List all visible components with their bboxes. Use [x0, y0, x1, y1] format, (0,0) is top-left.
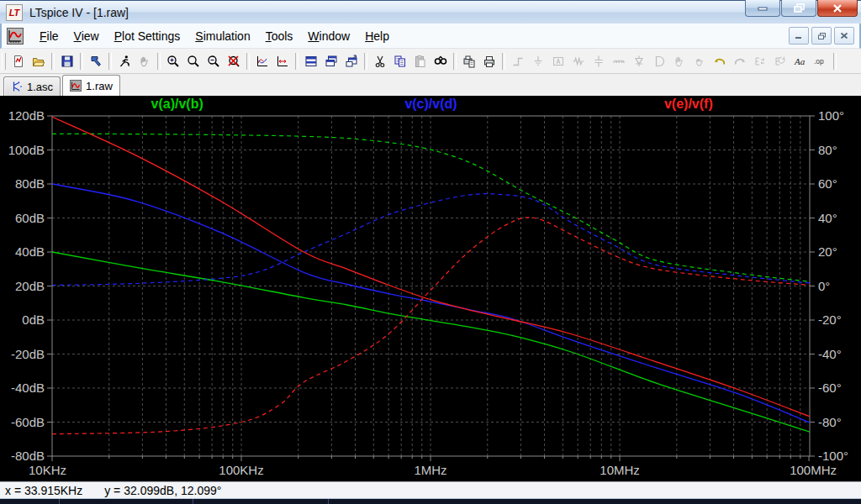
toolbar-button-pan-axes[interactable] [272, 51, 293, 71]
undo-icon [713, 55, 726, 68]
toolbar-separator [295, 53, 298, 70]
trace-phase-v(e)/v(f) [52, 218, 811, 434]
toolbar-button-save[interactable] [57, 51, 77, 71]
mdi-minimize-icon [795, 33, 803, 39]
menu-item-help[interactable]: Help [357, 26, 397, 46]
x-tick-label: 10MHz [600, 463, 640, 477]
toolbar-button-capacitor[interactable] [589, 51, 609, 71]
menubar: FileViewPlot SettingsSimulationToolsWind… [0, 24, 861, 49]
menu-item-window[interactable]: Window [300, 26, 357, 46]
cascade-windows-icon [325, 55, 338, 68]
legend-label: v(a)/v(b) [151, 97, 203, 111]
toolbar-button-resistor[interactable] [568, 51, 589, 71]
tab-label: 1.asc [27, 81, 53, 93]
toolbar-button-diode[interactable] [629, 51, 649, 71]
toolbar-separator [246, 53, 250, 70]
y-left-tick-label: -40dB [11, 381, 45, 395]
toolbar-button-net-label[interactable] [548, 51, 568, 71]
toolbar-button-zoom-extents[interactable] [183, 51, 203, 71]
zoom-extents-icon [187, 55, 200, 68]
y-right-tick-label: -20° [818, 312, 842, 327]
toolbar-button-run[interactable] [114, 51, 135, 71]
menu-item-simulation[interactable]: Simulation [188, 26, 257, 46]
toolbar-button-find[interactable] [430, 51, 451, 71]
y-right-tick-label: 80° [818, 143, 837, 157]
toolbar-button-zoom-out[interactable] [203, 51, 224, 71]
legend-label: v(e)/v(f) [664, 97, 713, 111]
y-right-tick-label: 100° [818, 108, 844, 123]
menu-item-plot-settings[interactable]: Plot Settings [107, 26, 188, 46]
window-titlebar[interactable]: LT LTspice IV - [1.raw] [0, 0, 861, 24]
toolbar-button-zoom-redraw[interactable] [224, 51, 244, 71]
waveform-plot-area[interactable]: 120dB100dB80dB60dB40dB20dB0dB-20dB-40dB-… [0, 96, 861, 481]
y-right-tick-label: 20° [818, 244, 837, 259]
mdi-restore-button[interactable] [811, 27, 832, 45]
y-right-tick-label: -60° [818, 381, 842, 395]
bode-plot[interactable]: 120dB100dB80dB60dB40dB20dB0dB-20dB-40dB-… [0, 96, 861, 481]
traces [52, 117, 811, 434]
toolbar-button-open-file[interactable] [29, 51, 49, 71]
y-left-tick-label: 80dB [15, 176, 45, 191]
y-left-tick-label: 20dB [15, 279, 45, 293]
mdi-minimize-button[interactable] [789, 27, 809, 45]
inductor-icon [612, 55, 626, 68]
minimize-button[interactable] [745, 0, 780, 17]
legend: v(a)/v(b)v(c)/v(d)v(e)/v(f) [151, 97, 713, 111]
toolbar-button-drag[interactable] [689, 51, 710, 71]
toolbar-button-tile-vertical[interactable] [341, 51, 362, 71]
autorange-icon [256, 55, 269, 68]
paste-icon [414, 55, 427, 68]
toolbar-button-print[interactable] [479, 51, 499, 71]
toolbar-button-text[interactable]: Aa [790, 51, 811, 71]
toolbar-button-control-panel[interactable] [86, 51, 106, 71]
waveform-document-icon [7, 28, 24, 45]
toolbar-button-cut[interactable] [370, 51, 390, 71]
toolbar-button-paste[interactable] [410, 51, 430, 71]
menu-item-file[interactable]: File [32, 26, 66, 46]
y-right-tick-label: -40° [818, 347, 842, 361]
toolbar-grip [2, 53, 6, 70]
toolbar-button-ground[interactable] [528, 51, 548, 71]
toolbar-button-cascade-windows[interactable] [321, 51, 341, 71]
toolbar-button-spice-directive[interactable]: .op [811, 51, 831, 71]
y-left-tick-label: 100dB [8, 143, 45, 157]
mdi-close-button[interactable] [834, 27, 854, 45]
toolbar-button-mirror[interactable] [750, 51, 770, 71]
copy-icon [394, 55, 407, 68]
toolbar-button-inductor[interactable] [609, 51, 629, 71]
toolbar-button-tile-horizontal[interactable] [301, 51, 321, 71]
toolbar-button-halt[interactable] [135, 51, 155, 71]
menu-item-view[interactable]: View [66, 26, 107, 46]
print-icon [483, 55, 496, 68]
restore-button[interactable] [781, 0, 816, 17]
x-tick-label: 100MHz [790, 463, 837, 477]
menu-item-tools[interactable]: Tools [258, 26, 301, 46]
svg-text:.op: .op [814, 57, 824, 66]
toolbar-button-undo[interactable] [710, 51, 730, 71]
grid [52, 116, 810, 456]
rotate-icon [774, 55, 787, 68]
toolbar-button-zoom-in[interactable] [163, 51, 183, 71]
toolbar-button-new-file[interactable] [8, 51, 29, 71]
toolbar-button-redo[interactable] [730, 51, 750, 71]
x-tick-label: 100KHz [219, 463, 263, 477]
mdi-restore-icon [817, 32, 827, 40]
tab-waveform-tab[interactable]: 1.raw [62, 75, 120, 96]
x-tick-label: 10KHz [29, 463, 66, 477]
toolbar-button-component[interactable] [649, 51, 669, 71]
toolbar-button-move[interactable] [669, 51, 689, 71]
close-button[interactable] [817, 0, 858, 17]
toolbar-button-print-preview[interactable] [459, 51, 479, 71]
spice-directive-icon: .op [814, 55, 827, 68]
y-left-tick-label: -60dB [11, 415, 45, 429]
redo-icon [733, 55, 747, 68]
run-icon [118, 55, 131, 68]
cursor-y-readout: y = 32.099dB, 12.099° [104, 484, 221, 497]
toolbar-button-copy[interactable] [390, 51, 410, 71]
y-left-tick-label: 60dB [15, 211, 45, 225]
toolbar-button-wire[interactable] [508, 51, 528, 71]
tab-schematic-tab[interactable]: 1.asc [3, 76, 61, 96]
toolbar-button-rotate[interactable] [770, 51, 790, 71]
toolbar-separator [833, 53, 837, 70]
toolbar-button-autorange[interactable] [252, 51, 272, 71]
